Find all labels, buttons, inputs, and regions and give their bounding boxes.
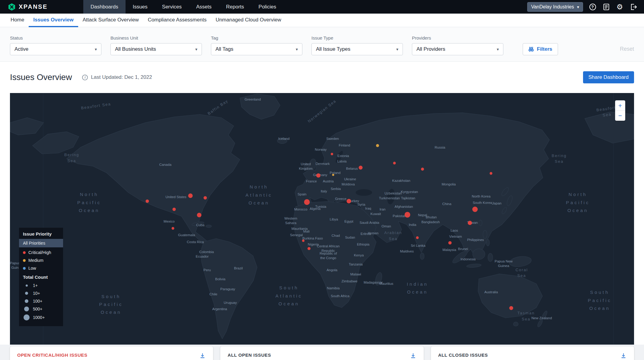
reset-filters-link[interactable]: Reset <box>620 46 634 52</box>
issue-marker-critical[interactable] <box>188 193 193 198</box>
legend-priority-label: Low <box>28 266 36 271</box>
legend-priority-low[interactable]: Low <box>19 264 63 272</box>
map-legend: Issue Priority All Priorities Critical/H… <box>19 228 63 326</box>
issue-marker-critical[interactable] <box>302 239 304 242</box>
filter-fields: StatusActive▾Business UnitAll Business U… <box>10 35 512 55</box>
count-circle <box>24 314 30 320</box>
issue-tables-row: OPEN CRITICAL/HIGH ISSUESALL OPEN ISSUES… <box>0 345 644 360</box>
select-value-providers: All Providers <box>416 46 445 52</box>
nav-item-reports[interactable]: Reports <box>219 0 251 14</box>
share-dashboard-button[interactable]: Share Dashboard <box>583 71 634 83</box>
tab-unmanaged-cloud-overview[interactable]: Unmanaged Cloud Overview <box>211 14 285 27</box>
chevron-down-icon: ▾ <box>296 47 298 52</box>
issue-marker-critical[interactable] <box>490 172 493 175</box>
tab-attack-surface-overview[interactable]: Attack Surface Overview <box>78 14 143 27</box>
download-button[interactable] <box>199 352 206 360</box>
legend-count-label: 10+ <box>33 291 40 296</box>
page-header: Issues Overview i Last Updated: Dec 1, 2… <box>0 62 644 93</box>
select-issue-type[interactable]: All Issue Types▾ <box>311 43 403 55</box>
select-tag[interactable]: All Tags▾ <box>211 43 302 55</box>
select-business-unit[interactable]: All Business Units▾ <box>110 43 202 55</box>
nav-item-dashboards[interactable]: Dashboards <box>83 0 126 14</box>
info-icon: i <box>82 75 88 80</box>
help-button[interactable]: ? <box>588 3 597 11</box>
legend-count-label: 1+ <box>33 283 38 288</box>
download-button[interactable] <box>620 352 627 360</box>
download-icon <box>199 352 206 359</box>
filter-field-tag: TagAll Tags▾ <box>211 35 302 55</box>
issue-marker-medium[interactable] <box>376 144 379 147</box>
zoom-in-button[interactable]: + <box>615 101 625 111</box>
issue-marker-critical[interactable] <box>421 168 424 171</box>
account-menu-button[interactable]: VanDelay Industries ▾ <box>527 2 583 12</box>
gear-icon: ⚙ <box>617 3 623 11</box>
count-circle-icon <box>23 292 30 295</box>
issue-marker-critical[interactable] <box>171 227 174 230</box>
settings-button[interactable]: ⚙ <box>616 3 624 11</box>
issue-marker-critical[interactable] <box>448 241 451 245</box>
issue-marker-critical[interactable] <box>145 200 149 203</box>
document-icon <box>603 4 609 10</box>
issues-world-map[interactable]: North Pacific OceanNorth Atlantic OceanS… <box>10 93 634 345</box>
issue-marker-critical[interactable] <box>393 162 396 164</box>
issue-marker-critical[interactable] <box>509 306 513 310</box>
issue-marker-critical[interactable] <box>346 199 351 204</box>
sign-out-icon <box>630 4 637 10</box>
issue-marker-critical[interactable] <box>468 221 472 225</box>
issue-marker-medium[interactable] <box>332 174 334 176</box>
legend-all-priorities[interactable]: All Priorities <box>19 239 63 247</box>
issue-marker-critical[interactable] <box>472 207 478 212</box>
nav-item-assets[interactable]: Assets <box>189 0 219 14</box>
nav-item-policies[interactable]: Policies <box>251 0 284 14</box>
issue-marker-critical[interactable] <box>359 166 363 169</box>
filter-field-providers: ProvidersAll Providers▾ <box>412 35 503 55</box>
tab-home[interactable]: Home <box>6 14 29 27</box>
download-button[interactable] <box>410 352 416 360</box>
help-icon: ? <box>589 4 596 10</box>
zoom-out-button[interactable]: − <box>615 111 625 121</box>
dashboard-tabs: HomeIssues OverviewAttack Surface Overvi… <box>0 14 644 27</box>
legend-count-1: 1+ <box>19 281 63 289</box>
legend-count-label: 100+ <box>33 299 43 304</box>
download-icon <box>620 352 627 359</box>
issue-marker-critical[interactable] <box>405 212 410 218</box>
issue-marker-critical[interactable] <box>172 207 176 211</box>
release-notes-button[interactable] <box>602 3 610 11</box>
tab-compliance-assessments[interactable]: Compliance Assessments <box>143 14 211 27</box>
chevron-down-icon: ▾ <box>497 47 499 52</box>
count-circle <box>25 292 28 295</box>
issue-marker-critical[interactable] <box>316 173 320 178</box>
filter-field-status: StatusActive▾ <box>10 35 101 55</box>
page-title: Issues Overview <box>10 72 72 82</box>
nav-item-services[interactable]: Services <box>155 0 189 14</box>
sign-out-button[interactable] <box>629 3 637 11</box>
issue-marker-critical[interactable] <box>416 236 419 239</box>
issue-marker-critical[interactable] <box>331 153 333 155</box>
filter-label-tag: Tag <box>211 35 302 40</box>
tab-issues-overview[interactable]: Issues Overview <box>29 14 78 27</box>
card-title: ALL CLOSED ISSUES <box>438 352 488 358</box>
filter-label-business-unit: Business Unit <box>110 35 202 40</box>
last-updated-text: Last Updated: Dec 1, 2022 <box>91 74 152 80</box>
filters-button[interactable]: Filters <box>523 43 558 55</box>
issue-marker-critical[interactable] <box>304 199 310 205</box>
priority-dot-icon <box>23 267 26 270</box>
legend-count-10: 10+ <box>19 289 63 297</box>
priority-dot-icon <box>23 259 26 262</box>
select-status[interactable]: Active▾ <box>10 43 101 55</box>
top-navigation: XPANSE DashboardsIssuesServicesAssetsRep… <box>0 0 644 14</box>
chevron-down-icon: ▾ <box>396 47 398 52</box>
nav-item-issues[interactable]: Issues <box>126 0 155 14</box>
map-markers-layer <box>10 93 634 345</box>
chevron-down-icon: ▾ <box>95 47 97 52</box>
legend-priority-critical-high[interactable]: Critical/High <box>19 249 63 256</box>
issue-marker-critical[interactable] <box>308 247 311 250</box>
legend-priority-medium[interactable]: Medium <box>19 256 63 264</box>
download-icon <box>410 352 416 359</box>
issue-marker-critical[interactable] <box>204 196 207 200</box>
legend-priority-title: Issue Priority <box>19 231 63 236</box>
select-providers[interactable]: All Providers▾ <box>412 43 503 55</box>
count-circle-icon <box>23 284 30 287</box>
issue-marker-critical[interactable] <box>197 213 201 217</box>
issues-table-card-all-open-issues: ALL OPEN ISSUES <box>220 346 423 360</box>
